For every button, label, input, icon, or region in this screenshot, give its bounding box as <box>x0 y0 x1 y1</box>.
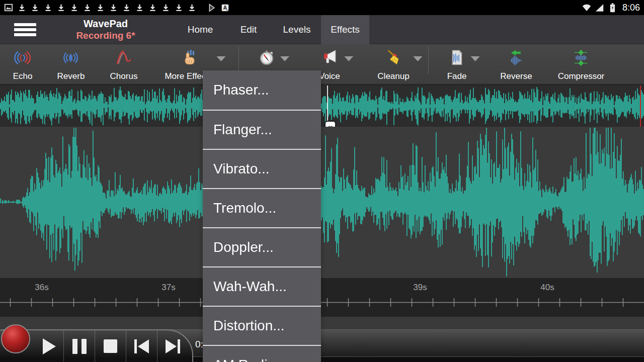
more-effects-icon <box>179 48 198 67</box>
effects-toolbar: EchoReverbChorusMore EffectsVoiceCleanup… <box>0 44 644 84</box>
toolbar-item-chorus[interactable]: Chorus <box>110 44 138 84</box>
time-label: 40s <box>540 283 554 293</box>
echo-icon <box>13 48 32 67</box>
timeline: 36s37s39s40s <box>0 278 644 317</box>
compressor-icon <box>572 48 591 67</box>
toolbar-item-echo[interactable]: Echo <box>13 44 33 84</box>
menu-item-doppler[interactable]: Doppler... <box>203 227 321 266</box>
wavepad-app: A 8:06 WavePad Recording 6* HomeEditLeve… <box>0 0 644 362</box>
time-label: 36s <box>35 283 48 293</box>
document-title: Recording 6* <box>45 30 166 42</box>
stop-icon <box>104 339 117 353</box>
skip-back-button[interactable] <box>126 330 157 362</box>
overview-strip: ↔ <box>0 84 644 127</box>
cell-signal-icon <box>595 3 604 13</box>
playback-time: 0: <box>195 339 203 350</box>
tab-home[interactable]: Home <box>176 15 224 44</box>
download-icon <box>148 3 157 13</box>
tab-edit[interactable]: Edit <box>224 15 273 44</box>
download-icon <box>83 3 92 13</box>
tab-effects[interactable]: Effects <box>321 15 369 44</box>
toolbar-divider <box>428 46 429 74</box>
notification-icons: A <box>4 3 229 13</box>
system-status-icons: 8:06 <box>582 3 640 13</box>
time-label: 39s <box>413 283 427 293</box>
toolbar-item-fade[interactable]: Fade <box>447 44 467 84</box>
skip-back-icon <box>134 339 149 353</box>
chevron-down-icon[interactable] <box>344 56 353 61</box>
chevron-down-icon[interactable] <box>217 56 226 61</box>
timeline-ruler[interactable] <box>0 296 644 309</box>
toolbar-item-voice[interactable]: Voice <box>319 44 340 84</box>
play-icon <box>43 338 56 354</box>
download-icon <box>109 3 118 13</box>
toolbar-item-compressor[interactable]: Compressor <box>558 44 605 84</box>
app-title: WavePad <box>45 18 166 30</box>
time-label: 37s <box>162 283 175 293</box>
reverb-icon <box>61 48 80 67</box>
menu-item-phaser[interactable]: Phaser... <box>203 70 321 110</box>
play-store-icon <box>207 3 216 13</box>
overview-waveform[interactable] <box>0 85 644 127</box>
reverse-icon <box>507 48 526 67</box>
toolbar-item-label: Reverb <box>57 71 85 81</box>
wifi-icon <box>582 3 591 13</box>
play-button[interactable] <box>32 330 63 362</box>
skip-forward-icon <box>166 339 180 353</box>
title-block: WavePad Recording 6* <box>45 18 166 42</box>
pause-icon <box>72 339 87 354</box>
skip-forward-button[interactable] <box>157 330 188 362</box>
svg-text:A: A <box>223 5 227 11</box>
menu-item-distortion[interactable]: Distortion... <box>203 306 321 345</box>
pause-button[interactable] <box>63 330 95 362</box>
download-icon <box>174 3 183 13</box>
download-icon <box>161 3 170 13</box>
toolbar-item-label: Echo <box>13 71 33 81</box>
chevron-down-icon[interactable] <box>470 56 479 61</box>
download-icon <box>135 3 144 13</box>
battery-charging-icon <box>608 3 617 13</box>
main-waveform[interactable] <box>0 127 644 278</box>
chevron-down-icon[interactable] <box>280 56 289 61</box>
toolbar-item-reverse[interactable]: Reverse <box>500 44 532 84</box>
voice-icon <box>320 48 339 67</box>
menu-item-tremolo[interactable]: Tremolo... <box>203 188 321 227</box>
speed-icon <box>257 48 276 67</box>
toolbar-item-label: Fade <box>447 71 467 81</box>
download-icon <box>43 3 52 13</box>
clock: 8:06 <box>622 3 640 13</box>
download-icon <box>56 3 65 13</box>
chevron-down-icon[interactable] <box>414 56 423 61</box>
download-icon <box>30 3 39 13</box>
tab-levels[interactable]: Levels <box>273 15 321 44</box>
menu-item-flanger[interactable]: Flanger... <box>203 110 321 149</box>
toolbar-item-label: Compressor <box>558 71 605 81</box>
toolbar-item-reverb[interactable]: Reverb <box>57 44 85 84</box>
ribbon-tabs: HomeEditLevelsEffects <box>176 15 369 44</box>
toolbar-item-label: Reverse <box>500 71 532 81</box>
stop-button[interactable] <box>95 330 126 362</box>
menu-item-vibrato[interactable]: Vibrato... <box>203 149 321 188</box>
download-icon <box>187 3 196 13</box>
status-bar: A 8:06 <box>0 0 644 15</box>
fade-icon <box>447 48 466 67</box>
download-icon <box>122 3 131 13</box>
toolbar-item-cleanup[interactable]: Cleanup <box>377 44 409 84</box>
menu-item-wah-wah[interactable]: Wah-Wah... <box>203 266 321 306</box>
more-effects-menu: Phaser...Flanger...Vibrato...Tremolo...D… <box>203 70 321 362</box>
transport-buttons <box>32 330 188 362</box>
download-icon <box>96 3 105 13</box>
menu-icon[interactable] <box>14 23 36 36</box>
menu-item-am-radio[interactable]: AM Radio... <box>203 345 321 362</box>
overview-end-marker <box>640 85 641 128</box>
record-button[interactable] <box>1 324 30 353</box>
toolbar-item-label: Cleanup <box>377 71 409 81</box>
app-header: WavePad Recording 6* HomeEditLevelsEffec… <box>0 15 644 44</box>
cleanup-icon <box>384 48 403 67</box>
letter-a-icon: A <box>220 3 229 13</box>
timeline-gap <box>0 317 644 329</box>
download-icon <box>69 3 78 13</box>
chorus-icon <box>114 48 133 67</box>
toolbar-item-label: Chorus <box>110 71 138 81</box>
image-icon <box>4 3 13 13</box>
